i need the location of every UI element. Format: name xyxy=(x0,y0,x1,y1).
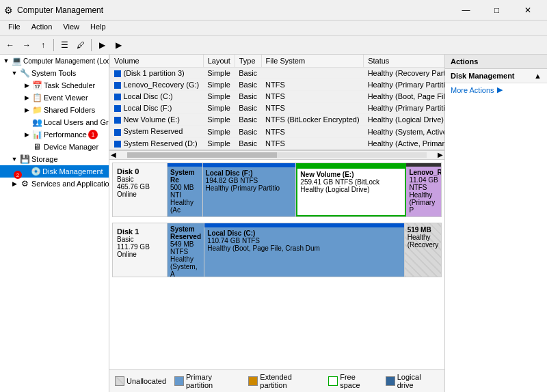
part-name-1: Local Disc (F:) xyxy=(206,169,293,177)
table-row[interactable]: Local Disc (F:) Simple Basic NTFS Health… xyxy=(110,102,445,114)
tree-item-device-manager[interactable]: 🖥 Device Manager xyxy=(0,141,109,153)
col-filesystem: File System xyxy=(261,55,364,68)
menu-view[interactable]: View xyxy=(57,22,85,33)
tree-item-services[interactable]: ▶ ⚙ Services and Applications xyxy=(0,178,109,190)
toolbar-up[interactable]: ↑ xyxy=(36,38,51,53)
menu-help[interactable]: Help xyxy=(85,22,111,33)
table-row[interactable]: System Reserved (D:) Simple Basic NTFS H… xyxy=(110,137,445,149)
disk0-partition-0[interactable]: System Re 500 MB NTI Healthy (Ac xyxy=(168,163,203,216)
disk0-partition-1[interactable]: Local Disc (F:) 194.82 GB NTFS Healthy (… xyxy=(203,163,297,216)
badge-disk-management: 2 xyxy=(14,171,22,179)
close-button[interactable]: ✕ xyxy=(512,0,543,20)
legend-primary: Primary partition xyxy=(174,373,240,389)
cell-layout: Simple xyxy=(203,137,235,149)
part-name-3: Lenovo_Recovery xyxy=(409,169,438,176)
cell-status: Healthy (Primary Partition) xyxy=(364,79,444,91)
cell-type: Basic xyxy=(235,114,261,126)
part-size-2: 259.41 GB NTFS (BitLock xyxy=(300,178,402,186)
tree-item-task-scheduler[interactable]: ▶ 📅 Task Scheduler xyxy=(0,79,109,92)
legend-label-extended: Extended partition xyxy=(260,373,320,389)
tree-item-performance[interactable]: ▶ 📊 Performance 1 xyxy=(0,128,109,141)
disk-1-size: 111.79 GB xyxy=(117,243,163,251)
toolbar-show-hide[interactable]: ☰ xyxy=(57,38,72,53)
table-row[interactable]: System Reserved Simple Basic NTFS Health… xyxy=(110,126,445,137)
cell-filesystem: NTFS (BitLocker Encrypted) xyxy=(261,114,364,126)
actions-section-header: Disk Management ▲ xyxy=(445,69,547,83)
tree-item-storage[interactable]: ▼ 💾 Storage xyxy=(0,153,109,165)
toolbar-extra2[interactable]: ▶ xyxy=(111,38,126,53)
disk-1-partitions: System Reserved 549 MB NTFS Healthy (Sys… xyxy=(168,223,441,277)
expand-disk-management xyxy=(21,167,30,176)
disk-0-name: Disk 0 xyxy=(117,167,163,176)
disk-1-type: Basic xyxy=(117,236,163,243)
actions-more[interactable]: More Actions ▶ xyxy=(445,83,547,96)
cell-type: Basic xyxy=(235,79,261,91)
disk1-partition-1[interactable]: Local Disc (C:) 110.74 GB NTFS Healthy (… xyxy=(204,223,404,277)
disk-0-size: 465.76 GB xyxy=(117,183,163,191)
toolbar-forward[interactable]: → xyxy=(19,38,34,53)
scroll-track[interactable] xyxy=(127,152,427,158)
expand-local-users xyxy=(22,117,31,127)
icon-performance: 📊 xyxy=(31,129,42,140)
disk-0-row: Disk 0 Basic 465.76 GB Online System Re … xyxy=(112,163,442,217)
left-panel: ▼ 💻 Computer Management (Local) ▼ 🔧 Syst… xyxy=(0,55,109,392)
tree-item-shared-folders[interactable]: ▶ 📁 Shared Folders xyxy=(0,104,109,116)
table-scroll[interactable]: Volume Layout Type File System Status (D… xyxy=(109,55,444,150)
part-name-2: New Volume (E:) xyxy=(300,171,402,178)
disk-map-area: Disk 0 Basic 465.76 GB Online System Re … xyxy=(109,160,444,369)
toolbar: ← → ↑ ☰ 🖊 ▶ ▶ xyxy=(0,36,547,55)
disk0-partition-2[interactable]: New Volume (E:) 259.41 GB NTFS (BitLock … xyxy=(296,163,406,216)
menu-file[interactable]: File xyxy=(3,22,26,33)
scroll-left[interactable]: ◀ xyxy=(109,151,118,158)
disk-0-status: Online xyxy=(117,191,163,198)
expand-event-viewer: ▶ xyxy=(22,93,31,102)
cell-filesystem: NTFS xyxy=(261,137,364,149)
tree-item-local-users[interactable]: 👥 Local Users and Groups xyxy=(0,116,109,128)
cell-status: Healthy (Logical Drive) xyxy=(364,114,444,126)
table-row[interactable]: New Volume (E:) Simple Basic NTFS (BitLo… xyxy=(110,114,445,126)
menu-action[interactable]: Action xyxy=(26,22,58,33)
scroll-right[interactable]: ▶ xyxy=(436,151,444,158)
tree-item-system-tools[interactable]: ▼ 🔧 System Tools xyxy=(0,67,109,79)
cell-volume: System Reserved (D:) xyxy=(110,137,204,149)
toolbar-extra1[interactable]: ▶ xyxy=(94,38,109,53)
toolbar-back[interactable]: ← xyxy=(3,38,18,53)
legend-label-logical: Logical drive xyxy=(397,373,439,389)
disk1-partition-0[interactable]: System Reserved 549 MB NTFS Healthy (Sys… xyxy=(168,223,204,277)
scroll-thumb[interactable] xyxy=(127,152,277,158)
disk-1-name: Disk 1 xyxy=(117,227,163,236)
cell-volume: Local Disc (C:) xyxy=(110,91,204,102)
table-row[interactable]: Local Disc (C:) Simple Basic NTFS Health… xyxy=(110,91,445,102)
table-row[interactable]: (Disk 1 partition 3) Simple Basic Health… xyxy=(110,68,445,79)
cell-volume: New Volume (E:) xyxy=(110,114,204,126)
part-status-0: Healthy (System, A xyxy=(170,255,201,277)
disk1-partition-2[interactable]: 519 MB Healthy (Recovery xyxy=(405,223,441,277)
expand-shared-folders: ▶ xyxy=(22,105,31,115)
col-layout: Layout xyxy=(203,55,235,68)
table-row[interactable]: Lenovo_Recovery (G:) Simple Basic NTFS H… xyxy=(110,79,445,91)
more-actions-arrow: ▶ xyxy=(497,85,503,94)
maximize-button[interactable]: □ xyxy=(481,0,512,20)
col-type: Type xyxy=(235,55,261,68)
cell-status: Healthy (Active, Primary Partition) xyxy=(364,137,444,149)
cell-status: Healthy (Recovery Partition) xyxy=(364,68,444,79)
icon-shared-folders: 📁 xyxy=(31,104,42,115)
tree-item-disk-management[interactable]: 💿 Disk Management 2 xyxy=(0,165,109,178)
toolbar-separator-2 xyxy=(91,39,92,51)
expand-storage: ▼ xyxy=(10,154,19,164)
title-bar: ⚙ Computer Management — □ ✕ xyxy=(0,0,547,20)
legend-box-primary xyxy=(174,376,184,386)
part-name-2: 519 MB xyxy=(408,226,438,234)
disk0-partition-3[interactable]: Lenovo_Recovery 11.04 GB NTFS Healthy (P… xyxy=(406,163,441,216)
minimize-button[interactable]: — xyxy=(451,0,481,20)
h-scrollbar[interactable]: ◀ ▶ xyxy=(109,150,444,160)
tree-item-event-viewer[interactable]: ▶ 📋 Event Viewer xyxy=(0,92,109,104)
toolbar-properties[interactable]: 🖊 xyxy=(73,38,88,53)
menu-bar: File Action View Help xyxy=(0,20,547,36)
part-name-0: System Re xyxy=(170,169,200,184)
cell-layout: Simple xyxy=(203,126,235,137)
legend-label-free: Free space xyxy=(340,373,377,389)
part-size-0: 500 MB NTI xyxy=(170,184,200,199)
tree-item-root[interactable]: ▼ 💻 Computer Management (Local) xyxy=(0,55,109,67)
cell-filesystem: NTFS xyxy=(261,79,364,91)
